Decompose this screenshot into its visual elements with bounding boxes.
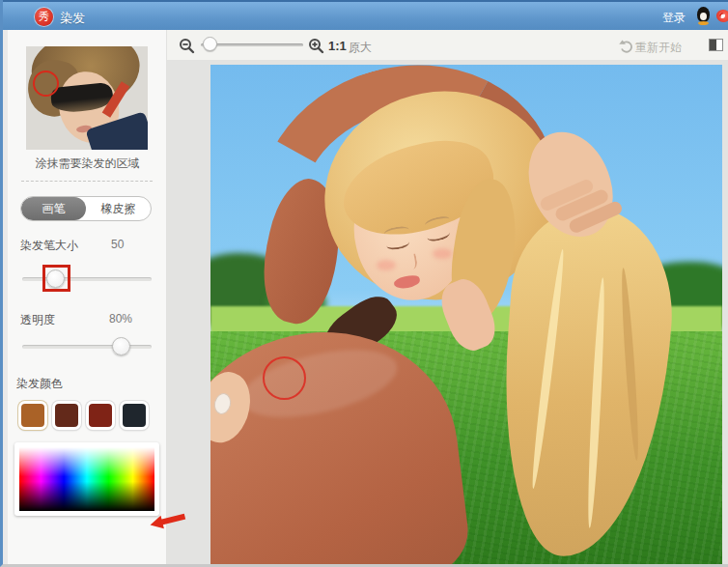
zoom-ratio-label[interactable]: 1:1 bbox=[328, 39, 347, 53]
opacity-slider-handle[interactable] bbox=[112, 337, 130, 355]
brush-tab[interactable]: 画笔 bbox=[21, 197, 86, 220]
app-window: 秀 染发 登录 涂抹需要染发的区域 画笔 橡皮擦 染发笔大小 50 bbox=[0, 0, 728, 567]
color-swatch-3[interactable] bbox=[86, 401, 115, 430]
thumbnail-caption: 涂抹需要染发的区域 bbox=[8, 156, 167, 172]
qq-icon-feet bbox=[698, 21, 709, 25]
photo-canvas[interactable] bbox=[210, 65, 722, 564]
annotation-rect-brush-slider bbox=[42, 265, 70, 292]
restart-undo-icon[interactable] bbox=[619, 40, 633, 53]
title-bar: 秀 染发 登录 bbox=[3, 0, 728, 30]
divider bbox=[21, 181, 153, 182]
example-thumbnail bbox=[26, 46, 148, 150]
tool-switcher: 画笔 橡皮擦 bbox=[20, 196, 152, 221]
window-title: 染发 bbox=[60, 10, 85, 27]
eraser-tab[interactable]: 橡皮擦 bbox=[86, 197, 151, 220]
color-picker-frame bbox=[14, 442, 159, 516]
color-swatch-2[interactable] bbox=[52, 401, 81, 430]
zoom-in-icon[interactable] bbox=[308, 38, 324, 54]
weibo-icon[interactable] bbox=[716, 10, 728, 22]
zoom-out-icon[interactable] bbox=[179, 38, 195, 54]
zoom-original-size-label[interactable]: 原大 bbox=[349, 40, 372, 56]
annotation-arrow-shaft bbox=[160, 514, 186, 525]
app-logo-icon: 秀 bbox=[35, 8, 53, 26]
login-link[interactable]: 登录 bbox=[662, 10, 686, 26]
brush-size-label: 染发笔大小 bbox=[20, 238, 78, 254]
opacity-value: 80% bbox=[109, 312, 132, 326]
blush-left bbox=[377, 260, 396, 270]
color-swatch-4[interactable] bbox=[120, 401, 149, 430]
annotation-circle-thumbnail bbox=[33, 71, 59, 97]
opacity-label: 透明度 bbox=[20, 312, 55, 328]
compare-icon[interactable] bbox=[709, 39, 723, 51]
qq-icon-belly bbox=[700, 13, 707, 20]
canvas-area: 1:1 原大 重新开始 bbox=[167, 30, 728, 564]
brush-size-value: 50 bbox=[111, 238, 124, 251]
canvas-toolbar: 1:1 原大 重新开始 bbox=[167, 30, 728, 60]
tool-sidebar: 涂抹需要染发的区域 画笔 橡皮擦 染发笔大小 50 透明度 80% 染发颜色 bbox=[8, 30, 167, 564]
canvas-zoom-slider-handle[interactable] bbox=[203, 37, 217, 51]
restart-button[interactable]: 重新开始 bbox=[635, 40, 682, 56]
qq-icon[interactable] bbox=[696, 7, 711, 25]
blush-right bbox=[433, 248, 452, 259]
opacity-slider-track[interactable] bbox=[22, 345, 152, 349]
annotation-circle-photo bbox=[263, 356, 306, 400]
dye-color-label: 染发颜色 bbox=[16, 376, 63, 392]
color-swatch-1[interactable] bbox=[18, 401, 47, 430]
color-picker-gradient[interactable] bbox=[19, 447, 154, 511]
